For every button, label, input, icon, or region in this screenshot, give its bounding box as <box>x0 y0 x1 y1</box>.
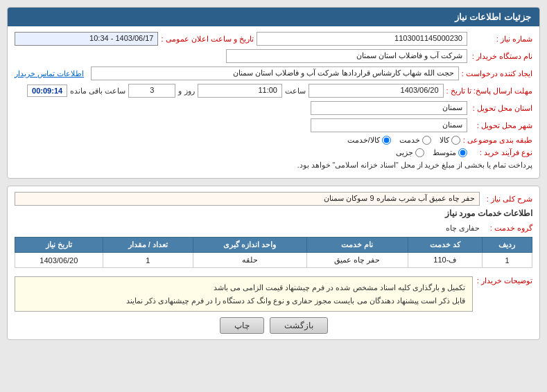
radio-kala: کالا <box>440 136 460 145</box>
label-noeFarayand: نوع فرآیند خرید : <box>470 148 532 157</box>
label-mohlat: مهلت ارسال پاسخ: تا تاریخ : <box>446 87 532 96</box>
row-ijad: ایجاد کننده درخواست : حجت الله شهاب کارش… <box>15 66 532 80</box>
field-tarikh: 1403/06/17 - 10:34 <box>15 32 158 46</box>
col-tarikh: تاریخ نیاز <box>15 238 103 253</box>
detail-card-body: شرح کلی نیاز : حفر چاه عمیق آب شرب شماره… <box>8 186 539 339</box>
radio-kalaKhadamat-input[interactable] <box>382 136 391 145</box>
field-mohlat-saat: 11:00 <box>198 84 282 98</box>
card-title: جزئیات اطلاعات نیاز <box>455 12 531 22</box>
row-goroh: گروه خدمت : حفاری چاه <box>15 224 532 233</box>
label-mande: ساعت باقی مانده <box>70 87 125 96</box>
row-notes: توضیحات خریدار : تکمیل و بارگذاری کلیه ا… <box>15 274 532 312</box>
label-shahr: شهر محل تحویل : <box>470 121 532 130</box>
field-sharh: حفر چاه عمیق آب شرب شماره 9 سوکان سمنان <box>15 192 480 206</box>
field-mohlat-date: 1403/06/20 <box>309 84 444 98</box>
card-header: جزئیات اطلاعات نیاز <box>8 8 539 26</box>
row-etelaat-khadamat: اطلاعات خدمات مورد نیاز <box>15 208 532 221</box>
row-ostan: استان محل تحویل : سمنان <box>15 101 532 115</box>
table-row: 1 ف-110 حفر چاه عمیق حلقه 1 1403/06/20 <box>15 253 532 268</box>
link-etelaat[interactable]: اطلاعات تماس خریدار <box>15 69 84 78</box>
cell-radif: 1 <box>482 253 532 268</box>
field-shomareNiaz: 1103001145000230 <box>257 32 467 46</box>
radio-khadamat-input[interactable] <box>422 136 431 145</box>
col-tedad: تعداد / مقدار <box>103 238 193 253</box>
radio-motawaset-label: متوسط <box>433 148 456 157</box>
notes-line1: تکمیل و بارگذاری کلیه اسناد مشخص شده در … <box>22 281 465 294</box>
cell-name: حفر چاه عمیق <box>306 253 408 268</box>
table-head: ردیف کد خدمت نام خدمت واحد اندازه گیری ت… <box>15 238 532 253</box>
field-ijad: حجت الله شهاب کارشناس قراردادها شرکت آب … <box>91 66 459 80</box>
row-sharh: شرح کلی نیاز : حفر چاه عمیق آب شرب شماره… <box>15 192 532 206</box>
radio-motawaset: متوسط <box>433 148 467 157</box>
radio-motawaset-input[interactable] <box>458 148 467 157</box>
services-table: ردیف کد خدمت نام خدمت واحد اندازه گیری ت… <box>15 237 532 268</box>
col-name: نام خدمت <box>306 238 408 253</box>
radio-khadamat-label: خدمت <box>399 136 420 145</box>
cell-tarikh: 1403/06/20 <box>15 253 103 268</box>
table-body: 1 ف-110 حفر چاه عمیق حلقه 1 1403/06/20 <box>15 253 532 268</box>
row-payment: پرداخت تمام یا بخشی از مبلغ خرید از محل … <box>15 161 532 169</box>
label-namDastgah: نام دستگاه خریدار : <box>470 52 532 61</box>
radio-kala-input[interactable] <box>451 136 460 145</box>
value-goroh: حفاری چاه <box>446 224 480 233</box>
field-notes: تکمیل و بارگذاری کلیه اسناد مشخص شده در … <box>15 276 473 312</box>
cell-vahed: حلقه <box>193 253 306 268</box>
radio-tabaghe: کالا خدمت کالا/خدمت <box>347 136 460 145</box>
field-namDastgah: شرکت آب و فاضلاب استان سمنان <box>226 49 467 63</box>
col-kod: کد خدمت <box>408 238 482 253</box>
label-rooz: روز و <box>178 87 194 96</box>
cell-kod: ف-110 <box>408 253 482 268</box>
main-card: جزئیات اطلاعات نیاز شماره نیاز : 1103001… <box>7 7 540 179</box>
radio-kalaKhadamat-label: کالا/خدمت <box>347 136 380 145</box>
label-goroh: گروه خدمت : <box>484 224 532 233</box>
radio-jozee: جزیی <box>396 148 424 157</box>
print-button[interactable]: چاپ <box>220 317 264 334</box>
field-rooz: 3 <box>128 84 175 98</box>
radio-farayand: متوسط جزیی <box>396 148 467 157</box>
field-shahr: سمنان <box>311 118 467 132</box>
label-saat: ساعت <box>285 87 306 96</box>
col-radif: ردیف <box>482 238 532 253</box>
label-ostan: استان محل تحویل : <box>470 104 532 113</box>
row-namDastgah: نام دستگاه خریدار : شرکت آب و فاضلاب است… <box>15 49 532 63</box>
back-button[interactable]: بازگشت <box>270 317 328 334</box>
row-tabaghe: طبقه بندی موضوعی : کالا خدمت کالا/خدمت <box>15 136 532 145</box>
page-wrapper: جزئیات اطلاعات نیاز شماره نیاز : 1103001… <box>0 0 547 392</box>
btn-row: بازگشت چاپ <box>15 317 532 334</box>
detail-card: شرح کلی نیاز : حفر چاه عمیق آب شرب شماره… <box>7 186 540 340</box>
radio-khadamat: خدمت <box>399 136 431 145</box>
row-noeFarayand: نوع فرآیند خرید : متوسط جزیی <box>15 148 532 157</box>
label-sharh: شرح کلی نیاز : <box>484 195 532 204</box>
label-ijad: ایجاد کننده درخواست : <box>462 69 532 78</box>
label-shomareNiaz: شماره نیاز : <box>470 35 532 44</box>
label-tarikh: تاریخ و ساعت اعلان عمومی : <box>161 35 253 44</box>
field-ostan: سمنان <box>311 101 467 115</box>
card-body: شماره نیاز : 1103001145000230 تاریخ و سا… <box>8 26 539 178</box>
row-shomareNiaz: شماره نیاز : 1103001145000230 تاریخ و سا… <box>15 32 532 46</box>
table-header-row: ردیف کد خدمت نام خدمت واحد اندازه گیری ت… <box>15 238 532 253</box>
radio-jozee-input[interactable] <box>415 148 424 157</box>
row-shahr: شهر محل تحویل : سمنان <box>15 118 532 132</box>
label-tabaghe: طبقه بندی موضوعی : <box>463 136 532 145</box>
etelaat-khadamat-title: اطلاعات خدمات مورد نیاز <box>445 208 532 218</box>
col-vahed: واحد اندازه گیری <box>193 238 306 253</box>
radio-jozee-label: جزیی <box>396 148 413 157</box>
radio-kala-label: کالا <box>440 136 449 145</box>
payment-info: پرداخت تمام یا بخشی از مبلغ خرید از محل … <box>297 161 532 169</box>
radio-kalaKhadamat: کالا/خدمت <box>347 136 391 145</box>
notes-line2: قابل ذکر است پیشنهاد دهندگان می بایست مج… <box>22 294 465 308</box>
field-mande: 00:09:14 <box>27 84 67 97</box>
cell-tedad: 1 <box>103 253 193 268</box>
label-notes: توضیحات خریدار : <box>477 276 532 285</box>
row-mohlat: مهلت ارسال پاسخ: تا تاریخ : 1403/06/20 س… <box>15 84 532 98</box>
